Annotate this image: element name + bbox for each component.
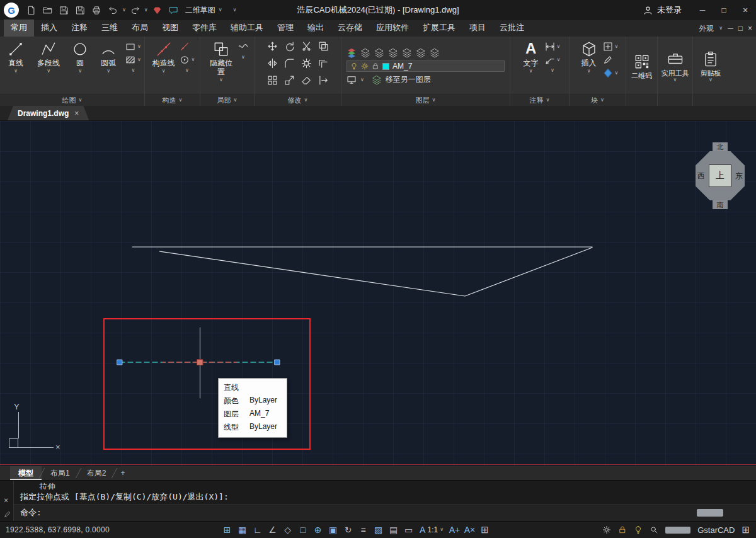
compass-ring[interactable]: 西 东 上 bbox=[696, 151, 745, 200]
fillet-icon[interactable] bbox=[284, 58, 295, 69]
ortho-mode-toggle[interactable]: ∟ bbox=[250, 525, 265, 535]
ribbon-tab-parts[interactable]: 零件库 bbox=[185, 20, 224, 37]
rotate-icon[interactable] bbox=[284, 41, 295, 52]
edit-block-icon[interactable] bbox=[603, 55, 613, 65]
object-snap-toggle[interactable]: □ bbox=[295, 525, 310, 535]
attribute-flyout-icon[interactable]: ∨ bbox=[615, 71, 619, 76]
leader-flyout-icon[interactable]: ∨ bbox=[557, 57, 561, 62]
extend-icon[interactable] bbox=[318, 75, 329, 86]
construct-more-icon[interactable]: ∨ bbox=[185, 68, 189, 73]
login-button[interactable]: 未登录 bbox=[643, 4, 682, 16]
layer-freeze-icon[interactable] bbox=[402, 48, 412, 58]
add-layout-button[interactable]: + bbox=[115, 466, 130, 480]
drawing-canvas[interactable]: 直线 颜色ByLayer 图层AM_7 线型ByLayer 北 西 东 上 南 … bbox=[0, 121, 756, 466]
qat-customize-icon[interactable]: ∨ bbox=[233, 8, 237, 13]
command-close-icon[interactable]: × bbox=[4, 496, 8, 505]
insert-block-button[interactable]: 插入 ∨ bbox=[577, 38, 601, 94]
ribbon-tab-insert[interactable]: 插入 bbox=[34, 20, 64, 37]
hidden-position-button[interactable]: 隐藏位置 ∨ bbox=[206, 38, 236, 94]
interface-lock-icon[interactable] bbox=[618, 525, 627, 534]
layer-lock-icon[interactable] bbox=[430, 48, 440, 58]
maximize-button[interactable]: □ bbox=[713, 0, 735, 20]
ribbon-tab-annotate[interactable]: 注释 bbox=[64, 20, 94, 37]
isometric-drafting-toggle[interactable]: ◇ bbox=[280, 525, 295, 535]
layer-unisolate-icon[interactable] bbox=[388, 48, 398, 58]
ribbon-minimize-button[interactable]: ─ bbox=[728, 24, 733, 33]
leader-icon[interactable] bbox=[545, 55, 555, 65]
move-to-layer-label[interactable]: 移至另一图层 bbox=[386, 74, 431, 85]
ribbon-tab-view[interactable]: 视图 bbox=[155, 20, 185, 37]
clean-screen-toggle[interactable]: ⊞ bbox=[478, 524, 492, 535]
explode-icon[interactable] bbox=[301, 58, 312, 69]
move-to-layer-icon[interactable] bbox=[372, 75, 382, 85]
document-tab-close-icon[interactable]: × bbox=[74, 109, 79, 118]
panel-label-partial[interactable]: 局部∨ bbox=[200, 94, 254, 106]
panel-label-annotate[interactable]: 注释∨ bbox=[510, 94, 569, 106]
break-line-icon[interactable] bbox=[238, 42, 248, 52]
undo-button[interactable] bbox=[106, 3, 120, 18]
ribbon-tab-home[interactable]: 常用 bbox=[4, 20, 34, 37]
save-button[interactable] bbox=[57, 3, 71, 18]
app-logo-icon[interactable]: G bbox=[4, 3, 19, 18]
panel-label-construct[interactable]: 构造∨ bbox=[145, 94, 200, 106]
minimize-button[interactable]: ─ bbox=[692, 0, 713, 20]
triangle-lines-entity[interactable] bbox=[132, 247, 592, 296]
create-block-flyout-icon[interactable]: ∨ bbox=[615, 44, 619, 49]
fullscreen-grid-icon[interactable]: ⊞ bbox=[742, 524, 750, 535]
line-button[interactable]: 直线 ∨ bbox=[3, 38, 28, 94]
partial-more-icon[interactable]: ∨ bbox=[241, 55, 245, 60]
rectangle-flyout-icon[interactable]: ∨ bbox=[137, 44, 141, 49]
compass-east[interactable]: 东 bbox=[735, 171, 743, 181]
hatch-icon[interactable] bbox=[125, 55, 135, 65]
selection-cycling-toggle[interactable]: ↻ bbox=[341, 525, 355, 535]
ribbon-tab-apps[interactable]: 应用软件 bbox=[369, 20, 416, 37]
viewport-layer-icon[interactable] bbox=[346, 75, 357, 85]
appearance-chevron-icon[interactable]: ∨ bbox=[719, 26, 723, 31]
polyline-button[interactable]: 多段线 ∨ bbox=[32, 38, 65, 94]
command-line-window[interactable]: × 拉伸 指定拉伸点或 [基点(B)/复制(C)/放弃(U)/退出(X)]: 命… bbox=[0, 480, 756, 521]
settings-gear-icon[interactable] bbox=[602, 525, 611, 534]
compass-top-view[interactable]: 上 bbox=[709, 164, 731, 187]
ribbon-tab-layout[interactable]: 布局 bbox=[125, 20, 155, 37]
dimension-flyout-icon[interactable]: ∨ bbox=[557, 44, 561, 49]
command-input[interactable]: 命令: bbox=[14, 505, 756, 521]
print-button[interactable] bbox=[89, 3, 104, 18]
annotation-monitor-toggle[interactable]: ▭ bbox=[401, 525, 416, 535]
transparency-toggle[interactable]: ▨ bbox=[371, 525, 386, 535]
point-icon[interactable] bbox=[180, 55, 190, 65]
construction-line-button[interactable]: 构造线 ∨ bbox=[150, 38, 178, 94]
polar-tracking-toggle[interactable]: ∠ bbox=[265, 525, 280, 535]
snap-mode-toggle[interactable]: ⊞ bbox=[220, 525, 234, 535]
layer-isolate-icon[interactable] bbox=[374, 48, 384, 58]
layout-tab-model[interactable]: 模型 bbox=[10, 466, 42, 480]
workspace-switcher[interactable]: 二维草图 ∨ bbox=[185, 5, 222, 16]
command-customize-icon[interactable] bbox=[4, 510, 11, 518]
layer-off-icon[interactable] bbox=[416, 48, 426, 58]
compass-west[interactable]: 西 bbox=[697, 171, 705, 181]
panel-label-modify[interactable]: 修改∨ bbox=[255, 94, 341, 106]
scale-icon[interactable] bbox=[284, 75, 295, 86]
command-scrollbar[interactable] bbox=[697, 509, 723, 517]
layer-state-icon[interactable] bbox=[360, 48, 370, 58]
ribbon-tab-manage[interactable]: 管理 bbox=[270, 20, 301, 37]
annotation-scale-control[interactable]: A 1:1 ∨ bbox=[420, 525, 444, 535]
annotation-visibility-toggle[interactable]: A+ bbox=[447, 525, 462, 535]
ribbon-tab-3d[interactable]: 三维 bbox=[94, 20, 125, 37]
redo-dropdown-icon[interactable]: ∨ bbox=[144, 8, 148, 13]
erase-icon[interactable] bbox=[301, 75, 312, 86]
attribute-icon[interactable] bbox=[603, 68, 613, 78]
osnap-tracking-toggle[interactable]: ⊕ bbox=[311, 525, 325, 535]
rectangle-icon[interactable] bbox=[125, 42, 135, 52]
compass-south[interactable]: 南 bbox=[713, 200, 728, 209]
offset-icon[interactable] bbox=[318, 58, 329, 69]
redo-button[interactable] bbox=[128, 3, 142, 18]
ribbon-tab-output[interactable]: 输出 bbox=[301, 20, 331, 37]
dynamic-input-toggle[interactable]: ▣ bbox=[326, 525, 340, 535]
ray-icon[interactable] bbox=[180, 42, 190, 52]
ribbon-tab-project[interactable]: 项目 bbox=[462, 20, 493, 37]
arc-button[interactable]: 圆弧 ∨ bbox=[95, 38, 122, 94]
point-flyout-icon[interactable]: ∨ bbox=[192, 57, 195, 62]
ribbon-tab-cloud[interactable]: 云存储 bbox=[331, 20, 369, 37]
match-properties-button[interactable] bbox=[150, 3, 164, 18]
panel-label-layer[interactable]: 图层∨ bbox=[341, 94, 510, 106]
